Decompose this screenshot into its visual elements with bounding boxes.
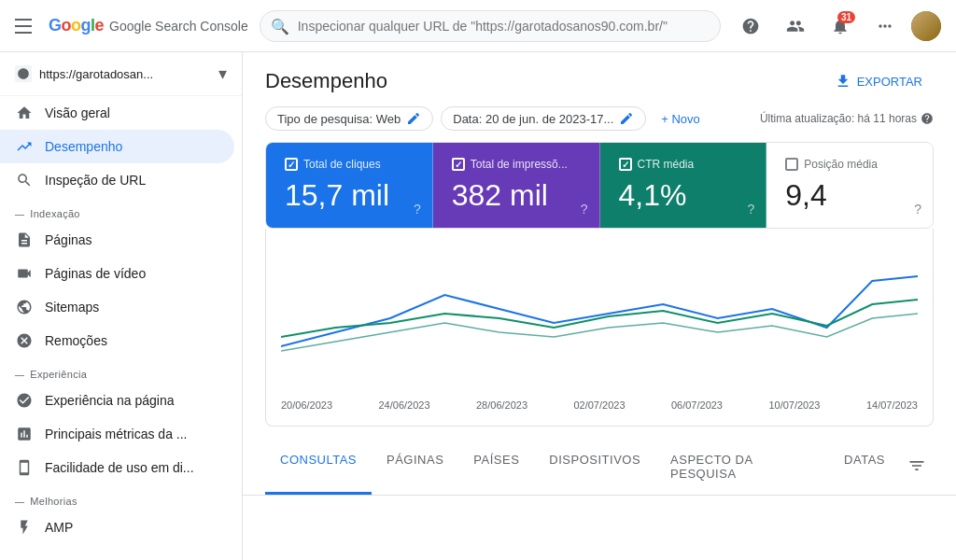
performance-chart	[281, 244, 918, 393]
page-title: Desempenho	[265, 69, 387, 93]
apps-button[interactable]	[866, 7, 904, 45]
date-filter[interactable]: Data: 20 de jun. de 2023-17...	[441, 106, 646, 131]
site-selector[interactable]: https://garotadosan... ▾	[0, 52, 242, 96]
clicks-label: Total de cliques	[303, 158, 381, 171]
impressions-value: 382 mil	[452, 178, 581, 213]
user-management-button[interactable]	[777, 7, 814, 45]
pages-icon	[15, 231, 34, 249]
sidebar-label-usabilidade: Facilidade de uso em di...	[45, 460, 194, 475]
metrics-icon	[15, 425, 34, 443]
home-icon	[15, 104, 34, 122]
topbar: Google Google Search Console 🔍 31	[0, 0, 956, 52]
google-logo-text: Google	[49, 16, 104, 35]
filter-row: Tipo de pesquisa: Web Data: 20 de jun. d…	[243, 106, 956, 142]
sidebar-item-inspecao-url[interactable]: Inspeção de URL	[0, 163, 234, 197]
notifications-button[interactable]: 31	[822, 7, 859, 45]
experience-icon	[15, 391, 34, 410]
site-favicon	[15, 65, 32, 82]
sidebar-label-desempenho: Desempenho	[45, 139, 122, 154]
help-button[interactable]	[732, 7, 769, 45]
app-title: Google Search Console	[109, 19, 248, 34]
section-indexacao: Indexação	[0, 197, 242, 223]
search-type-label: Tipo de pesquisa: Web	[277, 112, 401, 126]
topbar-icons: 31	[732, 7, 941, 45]
last-update-label: Última atualização: há 11 horas	[760, 112, 934, 125]
sidebar-item-metricas[interactable]: Principais métricas da ...	[0, 417, 234, 451]
sidebar-item-paginas-video[interactable]: Páginas de vídeo	[0, 257, 234, 290]
date-label-3: 02/07/2023	[573, 399, 625, 411]
section-melhorias: Melhorias	[0, 484, 242, 511]
position-value: 9,4	[785, 178, 914, 213]
date-label-1: 24/06/2023	[378, 399, 429, 411]
new-filter-label: + Novo	[661, 112, 700, 126]
impressions-help-icon[interactable]: ?	[581, 202, 588, 217]
sidebar-label-metricas: Principais métricas da ...	[45, 427, 188, 441]
position-help-icon[interactable]: ?	[914, 202, 921, 217]
ctr-checkbox[interactable]	[619, 158, 632, 171]
sitemap-icon	[15, 298, 34, 316]
sidebar-item-exp-pagina[interactable]: Experiência na página	[0, 384, 234, 417]
metric-position[interactable]: Posição média 9,4 ?	[766, 143, 933, 228]
sidebar-label-sitemaps: Sitemaps	[45, 300, 99, 315]
sidebar-label-amp: AMP	[45, 520, 73, 535]
tab-consultas[interactable]: CONSULTAS	[265, 441, 372, 495]
app-logo: Google Google Search Console	[49, 16, 248, 35]
date-label: Data: 20 de jun. de 2023-17...	[453, 112, 613, 126]
sidebar-label-visao-geral: Visão geral	[45, 105, 110, 120]
sidebar-label-exp-pagina: Experiência na página	[45, 393, 175, 408]
section-experiencia: Experiência	[0, 357, 242, 384]
site-dropdown-icon[interactable]: ▾	[218, 63, 227, 84]
date-label-0: 20/06/2023	[281, 399, 332, 411]
content-area: Desempenho EXPORTAR Tipo de pesquisa: We…	[243, 52, 956, 560]
ctr-value: 4,1%	[619, 178, 748, 213]
chart-container: 20/06/2023 24/06/2023 28/06/2023 02/07/2…	[265, 229, 934, 427]
tab-datas[interactable]: DATAS	[829, 441, 900, 495]
amp-icon	[15, 518, 34, 537]
clicks-checkbox[interactable]	[285, 158, 298, 171]
sidebar: https://garotadosan... ▾ Visão geral Des…	[0, 52, 243, 560]
mobile-icon	[15, 458, 34, 477]
sidebar-item-remocoes[interactable]: Remoções	[0, 324, 234, 357]
sidebar-label-inspecao: Inspeção de URL	[45, 173, 146, 188]
site-url-label: https://garotadosan...	[39, 67, 211, 81]
chart-date-labels: 20/06/2023 24/06/2023 28/06/2023 02/07/2…	[281, 396, 918, 418]
tab-paginas[interactable]: PÁGINAS	[372, 441, 458, 495]
search-bar[interactable]: 🔍	[260, 10, 721, 42]
sidebar-item-amp[interactable]: AMP	[0, 511, 234, 544]
content-header: Desempenho EXPORTAR	[243, 52, 956, 106]
date-label-2: 28/06/2023	[476, 399, 527, 411]
sidebar-item-usabilidade[interactable]: Facilidade de uso em di...	[0, 451, 234, 484]
tabs-row: CONSULTAS PÁGINAS PAÍSES DISPOSITIVOS AS…	[243, 441, 956, 496]
table-filter-icon[interactable]	[900, 449, 934, 487]
metric-clicks[interactable]: Total de cliques 15,7 mil ?	[266, 143, 433, 228]
trending-icon	[15, 137, 34, 156]
impressions-label: Total de impressõ...	[471, 158, 568, 171]
user-avatar[interactable]	[911, 11, 941, 41]
sidebar-item-paginas[interactable]: Páginas	[0, 223, 234, 257]
sidebar-item-sitemaps[interactable]: Sitemaps	[0, 290, 234, 324]
position-checkbox[interactable]	[785, 158, 798, 171]
tab-paises[interactable]: PAÍSES	[458, 441, 534, 495]
tab-dispositivos[interactable]: DISPOSITIVOS	[534, 441, 655, 495]
date-label-6: 14/07/2023	[866, 399, 918, 411]
search-type-filter[interactable]: Tipo de pesquisa: Web	[265, 106, 433, 131]
data-tabs: CONSULTAS PÁGINAS PAÍSES DISPOSITIVOS AS…	[265, 441, 900, 495]
ctr-label: CTR média	[638, 158, 695, 171]
metrics-row: Total de cliques 15,7 mil ? Total de imp…	[265, 142, 934, 229]
menu-icon[interactable]	[15, 15, 37, 37]
clicks-help-icon[interactable]: ?	[414, 202, 421, 217]
metric-impressions[interactable]: Total de impressõ... 382 mil ?	[433, 143, 600, 228]
search-icon	[15, 171, 34, 189]
impressions-checkbox[interactable]	[452, 158, 465, 171]
position-label: Posição média	[804, 158, 878, 171]
export-button[interactable]: EXPORTAR	[823, 67, 934, 95]
metric-ctr[interactable]: CTR média 4,1% ?	[600, 143, 767, 228]
sidebar-item-visao-geral[interactable]: Visão geral	[0, 96, 234, 130]
search-input[interactable]	[260, 10, 721, 42]
ctr-help-icon[interactable]: ?	[747, 202, 754, 217]
new-filter-button[interactable]: + Novo	[654, 108, 708, 130]
tab-aspecto[interactable]: ASPECTO DA PESQUISA	[655, 441, 829, 495]
sidebar-label-remocoes: Remoções	[45, 333, 107, 348]
sidebar-label-paginas: Páginas	[45, 232, 92, 247]
sidebar-item-desempenho[interactable]: Desempenho	[0, 130, 234, 163]
